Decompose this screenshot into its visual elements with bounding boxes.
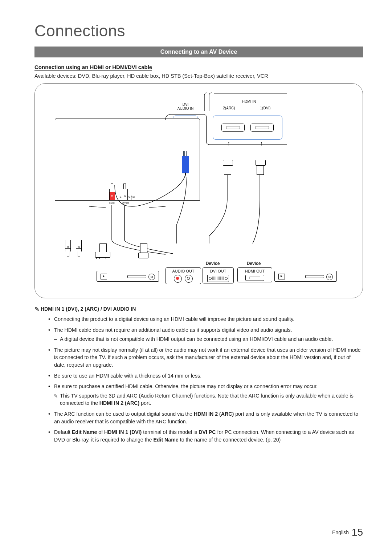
note-bold: DVI PC (199, 429, 216, 435)
hdmi-connector-icon (256, 160, 265, 175)
notes-title-text: HDMI IN 1 (DVI), 2 (ARC) / DVI AUDIO IN (41, 306, 136, 312)
subheading-block: Connection using an HDMI or HDMI/DVI cab… (34, 64, 363, 72)
arrow-up-icon: ↑ (260, 140, 263, 147)
note-item: The ARC function can be used to output d… (48, 410, 363, 425)
hdmi-connector-icon (139, 243, 148, 258)
note-bold: Edit Name (153, 437, 178, 443)
rca-r-mark: R (65, 243, 70, 248)
disc-icon (326, 274, 333, 280)
device-label-left: Device (196, 261, 229, 266)
rca-w-mark: W (76, 243, 81, 248)
hdmi-out-box: HDMI OUT (237, 267, 272, 282)
hdmi-out-label: HDMI OUT (241, 269, 269, 273)
note-item: Be sure to use an HDMI cable with a thic… (48, 372, 363, 380)
note-text: terminal of this model is (142, 429, 199, 435)
dvi-out-box: DVI OUT (203, 267, 234, 283)
hdmi-in-text: HDMI IN (241, 100, 257, 104)
dvi-label: DVI (183, 102, 189, 106)
disc-slot-icon (127, 275, 146, 278)
hdmi-2-arc-port-icon (221, 124, 245, 132)
dvi-audio-in-label: DVI AUDIO IN (171, 102, 200, 110)
hdmi-2-arc-label: 2(ARC) (216, 106, 242, 110)
hdmi-1-dvi-label: 1(DVI) (253, 106, 278, 110)
note-text: port. (139, 400, 151, 406)
note-item: Connecting the product to a digital devi… (48, 315, 363, 323)
rca-red-label: Red (109, 201, 114, 205)
rca-plug-white-icon: W White (122, 184, 127, 205)
note-text: Be sure to purchase a certified HDMI cab… (54, 383, 318, 389)
footer-lang: English (332, 529, 349, 535)
play-button-icon (101, 274, 107, 279)
dvi-out-label: DVI OUT (206, 269, 230, 273)
note-bold: HDMI IN 2 (ARC) (99, 400, 139, 406)
note-subitem: This TV supports the 3D and ARC (Audio R… (54, 392, 363, 407)
footer-page-number: 15 (352, 527, 363, 538)
note-text: of (97, 429, 104, 435)
notes-heading: ✎HDMI IN 1 (DVI), 2 (ARC) / DVI AUDIO IN (34, 306, 363, 313)
note-text: The HDMI cable does not require an addit… (54, 327, 292, 333)
rca-plug-bottom-icon: W (77, 240, 82, 257)
banner-heading: Connecting to an AV Device (34, 47, 363, 57)
rca-jack-white-icon (185, 275, 193, 283)
note-text: Default (54, 429, 72, 435)
rca-white-label: White (122, 201, 127, 205)
pencil-icon: ✎ (34, 306, 39, 313)
disc-slot-icon (305, 275, 324, 278)
note-bold: HDMI IN 2 (ARC) (194, 411, 234, 417)
av-device-box-left (97, 271, 159, 282)
manual-page: Connections Connecting to an AV Device C… (0, 0, 392, 552)
available-devices-text: Available devices: DVD, Blu-ray player, … (34, 73, 363, 79)
arrow-up-icon: ↑ (227, 140, 230, 147)
rca-jack-red-icon (174, 275, 182, 283)
note-subitem: A digital device that is not compatible … (54, 335, 363, 343)
notes-list: Connecting the product to a digital devi… (48, 315, 363, 443)
av-device-box-right (274, 271, 337, 282)
note-item: The HDMI cable does not require an addit… (48, 326, 363, 343)
audio-in-label: AUDIO IN (177, 106, 193, 110)
device-label-right: Device (237, 261, 270, 266)
disc-icon (148, 274, 155, 280)
hdmi-connector-icon (223, 160, 232, 175)
rca-w-mark: W (122, 192, 127, 197)
audio-plug-icon (182, 151, 188, 173)
connection-diagram: DVI AUDIO IN HDMI IN 2(ARC) 1(DVI) ↑ ↑ ↑… (34, 83, 363, 298)
note-item: Default Edit Name of HDMI IN 1 (DVI) ter… (48, 428, 363, 443)
hdmi-in-ports (213, 116, 282, 140)
hdmi-port-icon (245, 275, 264, 281)
connection-subhead: Connection using an HDMI or HDMI/DVI cab… (34, 64, 152, 71)
dvi-port-icon (207, 275, 229, 282)
rca-r-mark: R (110, 192, 115, 197)
note-bold: HDMI IN 1 (DVI) (104, 429, 142, 435)
note-bold: Edit Name (72, 429, 97, 435)
rca-plug-bottom-icon: R (66, 240, 71, 257)
audio-out-box: AUDIO OUT (166, 267, 201, 284)
play-button-icon (278, 274, 285, 279)
section-title: Connections (34, 22, 363, 40)
note-item: Be sure to purchase a certified HDMI cab… (48, 383, 363, 407)
rca-plug-red-icon: R Red (109, 184, 114, 205)
note-text: The ARC function can be used to output d… (54, 411, 194, 417)
page-footer: English 15 (332, 527, 363, 538)
audio-out-label: AUDIO OUT (169, 269, 198, 273)
note-item: The picture may not display normally (if… (48, 346, 363, 369)
note-text: to the name of the connected device. (p.… (179, 437, 281, 443)
hdmi-1-dvi-port-icon (250, 124, 274, 132)
dvi-connector-icon (96, 243, 110, 258)
